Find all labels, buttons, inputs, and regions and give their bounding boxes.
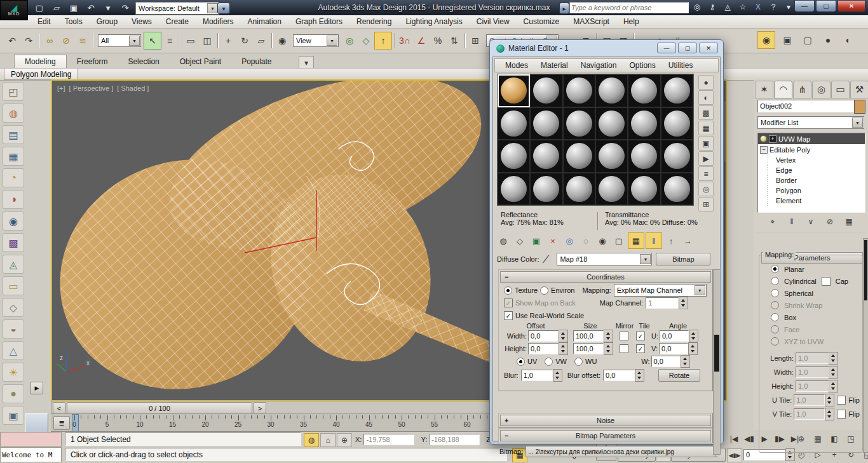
video-color-check-button[interactable]: ▣ bbox=[698, 136, 714, 151]
go-forward-to-sibling-button[interactable]: → bbox=[680, 233, 695, 248]
width-tile-checkbox[interactable]: ✓ bbox=[636, 332, 645, 340]
select-by-material-button[interactable]: ◎ bbox=[698, 182, 714, 196]
height-size-field[interactable]: 100,0 bbox=[573, 343, 604, 354]
width-offset-field[interactable]: 0,0 bbox=[528, 330, 559, 342]
use-real-world-scale-checkbox[interactable]: ✓ bbox=[504, 311, 513, 320]
material-slot-10[interactable] bbox=[595, 107, 628, 140]
blur-offset-spinner[interactable] bbox=[635, 369, 644, 382]
close-window-button[interactable]: ✕ bbox=[837, 0, 865, 12]
substack-element[interactable]: Element bbox=[758, 196, 865, 206]
field-u-tile[interactable]: 1,0 bbox=[794, 394, 825, 406]
make-unique-button[interactable]: ◌ bbox=[578, 233, 593, 248]
width-mirror-checkbox[interactable] bbox=[620, 332, 628, 340]
favorites-star-icon[interactable]: ☆ bbox=[736, 1, 750, 13]
select-and-rotate-button[interactable]: ↻ bbox=[236, 32, 253, 49]
material-slot-4[interactable] bbox=[595, 74, 628, 107]
me-menu-modes[interactable]: Modes bbox=[499, 61, 534, 70]
modeling-tool-05[interactable]: ◔ bbox=[3, 168, 24, 187]
modeling-tool-13[interactable]: △ bbox=[3, 341, 24, 360]
go-to-parent-button[interactable]: ↑ bbox=[663, 233, 679, 248]
material-slot-24[interactable] bbox=[661, 173, 693, 206]
height-mirror-checkbox[interactable] bbox=[620, 344, 628, 353]
ribbon-tab-object-paint[interactable]: Object Paint bbox=[170, 55, 231, 68]
modeling-tool-15[interactable]: ● bbox=[3, 384, 24, 403]
width-offset-spinner[interactable] bbox=[559, 330, 568, 342]
viewport-menu-pov[interactable]: [ Perspective ] bbox=[69, 84, 114, 92]
tab-utilities[interactable]: ⚒ bbox=[850, 81, 868, 98]
height-tile-checkbox[interactable]: ✓ bbox=[636, 344, 645, 353]
stack-item-uvw-map[interactable]: + UVW Map bbox=[758, 133, 865, 144]
field-v-tile[interactable]: 1,0 bbox=[794, 408, 825, 420]
me-menu-navigation[interactable]: Navigation bbox=[574, 61, 623, 70]
select-and-uniform-scale-button[interactable]: ▱ bbox=[253, 32, 269, 49]
bind-to-space-warp-button[interactable]: ≋ bbox=[74, 32, 91, 49]
expand-uvw-map-icon[interactable]: + bbox=[769, 135, 776, 143]
tab-hierarchy[interactable]: ⋔ bbox=[793, 81, 811, 98]
rendered-frame-window-button[interactable]: ▢ bbox=[799, 32, 816, 48]
render-iterative-button[interactable]: ◐ bbox=[840, 32, 857, 48]
search-input[interactable] bbox=[569, 2, 689, 13]
menu-group[interactable]: Group bbox=[90, 15, 125, 29]
mapping-option-cylindrical[interactable]: CylindricalCap bbox=[759, 275, 862, 287]
spinner-height[interactable] bbox=[829, 380, 838, 393]
modeling-tool-09[interactable]: ◬ bbox=[3, 255, 24, 274]
material-slot-1[interactable] bbox=[498, 74, 530, 107]
menu-tools[interactable]: Tools bbox=[58, 15, 90, 29]
mapping-option-face[interactable]: Face bbox=[759, 323, 862, 335]
undo-button[interactable]: ↶ bbox=[83, 1, 98, 14]
window-crossing-toggle[interactable]: ◫ bbox=[199, 32, 215, 49]
material-editor-close-button[interactable]: ✕ bbox=[699, 43, 718, 53]
spinner-v-tile[interactable] bbox=[825, 408, 834, 420]
object-name-field[interactable]: Object002 bbox=[757, 100, 854, 112]
substack-polygon[interactable]: Polygon bbox=[758, 185, 865, 196]
get-material-button[interactable]: ◍ bbox=[496, 233, 511, 248]
modifier-list-dropdown[interactable]: Modifier List ▾ bbox=[757, 116, 864, 129]
material-slot-21[interactable] bbox=[563, 173, 595, 206]
y-coordinate-field[interactable]: -168,188 bbox=[429, 434, 480, 445]
sample-type-button[interactable]: ● bbox=[698, 75, 714, 90]
assign-material-to-selection-button[interactable]: ▣ bbox=[529, 233, 544, 248]
height-size-spinner[interactable] bbox=[604, 342, 613, 355]
menu-create[interactable]: Create bbox=[159, 15, 196, 29]
menu-customize[interactable]: Customize bbox=[517, 15, 567, 29]
material-slot-23[interactable] bbox=[628, 173, 660, 206]
exchange-apps-icon[interactable]: X bbox=[751, 1, 765, 13]
tab-display[interactable]: ▭ bbox=[831, 81, 850, 98]
material-slot-12[interactable] bbox=[661, 107, 693, 140]
w-angle-field[interactable]: 0,0 bbox=[651, 356, 681, 367]
search-history-arrow[interactable]: ▸ bbox=[559, 3, 569, 14]
new-file-button[interactable]: ▢ bbox=[32, 1, 47, 14]
polygon-modeling-panel-tab[interactable]: Polygon Modeling bbox=[4, 69, 78, 80]
toolbar-options-button[interactable]: ▾ bbox=[217, 3, 230, 14]
x-coordinate-field[interactable]: -19,758 bbox=[363, 434, 414, 445]
menu-edit[interactable]: Edit bbox=[31, 15, 58, 29]
mapping-option-box[interactable]: Box bbox=[759, 311, 862, 323]
material-slot-15[interactable] bbox=[563, 140, 595, 173]
material-slot-8[interactable] bbox=[530, 107, 562, 140]
select-and-link-button[interactable]: ∞ bbox=[41, 32, 58, 49]
show-end-result-stack-button[interactable]: ‖ bbox=[785, 215, 799, 228]
mapping-option-xyz-to-uvw[interactable]: XYZ to UVW bbox=[759, 335, 862, 347]
pin-stack-button[interactable]: ⌖ bbox=[766, 215, 780, 228]
modeling-tool-02[interactable]: ◍ bbox=[3, 104, 24, 123]
put-to-library-button[interactable]: ◉ bbox=[595, 233, 610, 248]
keyboard-shortcut-override-toggle[interactable]: ↑ bbox=[374, 32, 392, 50]
make-preview-button[interactable]: ▶ bbox=[698, 151, 714, 166]
command-panel-scrollbar[interactable] bbox=[863, 238, 868, 453]
width-size-field[interactable]: 100,0 bbox=[573, 330, 604, 342]
eyedropper-icon[interactable]: ╱ bbox=[538, 252, 554, 267]
bitmap-parameters-header[interactable]: − Bitmap Parameters bbox=[500, 430, 711, 441]
modeling-tool-16[interactable]: ▣ bbox=[3, 406, 24, 425]
save-file-button[interactable]: ▣ bbox=[66, 1, 81, 14]
ribbon-tab-selection[interactable]: Selection bbox=[118, 55, 169, 68]
communication-center-icon[interactable]: ◬ bbox=[721, 1, 735, 13]
material-editor-scrollbar[interactable] bbox=[713, 269, 721, 455]
license-key-icon[interactable]: ⚷ bbox=[705, 1, 719, 13]
modeling-tool-04[interactable]: ▦ bbox=[3, 147, 24, 166]
help-button[interactable]: ? bbox=[766, 1, 780, 13]
material-editor-titlebar[interactable]: Material Editor - 1 — ▢ ✕ bbox=[490, 40, 723, 57]
select-by-name-button[interactable]: ≡ bbox=[161, 32, 178, 49]
material-slot-7[interactable] bbox=[498, 107, 530, 140]
spinner-snap-toggle[interactable]: ⇅ bbox=[446, 32, 463, 49]
time-slider-thumb[interactable]: 0 / 100 bbox=[67, 402, 252, 414]
